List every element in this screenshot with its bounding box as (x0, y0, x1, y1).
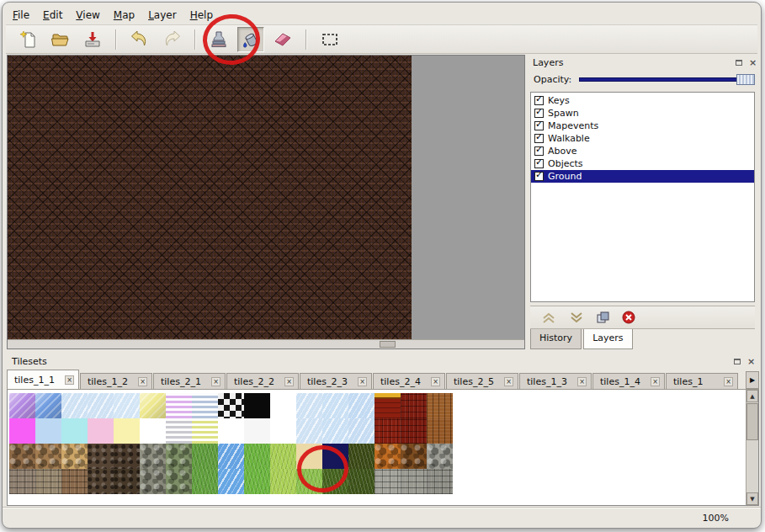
raise-layer-button[interactable] (540, 311, 557, 324)
tile-2-5[interactable] (140, 444, 166, 469)
tile-2-1[interactable] (35, 444, 61, 469)
tile-2-2[interactable] (61, 444, 88, 469)
select-tool-button[interactable] (316, 27, 343, 52)
tile-0-0[interactable] (9, 393, 35, 418)
tile-0-16[interactable] (427, 393, 453, 418)
tile-2-3[interactable] (88, 444, 114, 469)
tile-1-11[interactable] (296, 418, 322, 444)
tilesets-float-button[interactable] (731, 356, 742, 367)
tile-0-5[interactable] (140, 393, 166, 418)
tile-3-6[interactable] (166, 469, 192, 494)
opacity-slider[interactable] (579, 73, 755, 86)
scroll-down-button[interactable]: ▼ (746, 492, 758, 505)
tileset-tab-tiles_1_2[interactable]: tiles_1_2× (80, 373, 152, 389)
tile-1-9[interactable] (244, 418, 270, 444)
tile-3-14[interactable] (375, 469, 401, 494)
save-map-button[interactable] (79, 27, 106, 52)
tile-1-15[interactable] (401, 418, 427, 444)
menu-view[interactable]: View (69, 8, 106, 23)
menu-map[interactable]: Map (107, 8, 141, 23)
map-hscroll-thumb[interactable] (380, 341, 396, 348)
open-map-button[interactable] (47, 27, 74, 52)
tile-2-11[interactable] (296, 444, 322, 469)
lower-layer-button[interactable] (568, 311, 585, 324)
tile-0-10[interactable] (270, 393, 296, 418)
tile-2-8[interactable] (218, 444, 244, 469)
layer-visibility-checkbox[interactable]: ✓ (534, 96, 544, 105)
tile-0-8[interactable] (218, 393, 244, 418)
tile-3-10[interactable] (270, 469, 296, 494)
opacity-slider-handle[interactable] (736, 74, 755, 85)
tile-0-15[interactable] (401, 393, 427, 418)
tileset-tab-tiles_2_4[interactable]: tiles_2_4× (373, 373, 445, 389)
tile-2-7[interactable] (192, 444, 218, 469)
layer-row-above[interactable]: ✓ Above (531, 145, 754, 157)
tile-1-4[interactable] (114, 418, 140, 444)
tile-3-4[interactable] (114, 469, 140, 494)
tab-close-icon[interactable]: × (724, 377, 733, 386)
layer-visibility-checkbox[interactable]: ✓ (534, 146, 544, 156)
tile-0-14[interactable] (375, 393, 401, 418)
tab-close-icon[interactable]: × (138, 377, 147, 386)
scroll-up-button[interactable]: ▲ (746, 390, 758, 402)
tab-close-icon[interactable]: × (431, 377, 440, 386)
layer-visibility-checkbox[interactable]: ✓ (534, 159, 544, 168)
tile-2-16[interactable] (427, 444, 453, 469)
tile-3-16[interactable] (427, 469, 453, 494)
tile-3-13[interactable] (348, 469, 375, 494)
tile-2-12[interactable] (322, 444, 348, 469)
layers-float-button[interactable] (733, 57, 744, 68)
tile-1-2[interactable] (61, 418, 88, 444)
menu-layer[interactable]: Layer (141, 8, 183, 23)
tab-close-icon[interactable]: × (504, 377, 513, 386)
tile-1-14[interactable] (375, 418, 401, 444)
tileset-tab-tiles_2_3[interactable]: tiles_2_3× (300, 373, 372, 389)
palette-vscroll-thumb[interactable] (746, 403, 758, 440)
tileset-tab-tiles_2_2[interactable]: tiles_2_2× (226, 373, 299, 389)
tile-0-1[interactable] (35, 393, 61, 418)
tile-1-12[interactable] (322, 418, 348, 444)
tileset-tab-tiles_2_1[interactable]: tiles_2_1× (153, 373, 226, 389)
tile-0-4[interactable] (114, 393, 140, 418)
fill-tool-button[interactable] (237, 27, 264, 52)
tile-1-6[interactable] (166, 418, 192, 444)
map-view[interactable] (7, 55, 525, 349)
tile-2-14[interactable] (375, 444, 401, 469)
tile-1-3[interactable] (88, 418, 114, 444)
tab-close-icon[interactable]: × (284, 377, 294, 386)
tile-1-0[interactable] (9, 418, 35, 444)
layer-row-mapevents[interactable]: ✓ Mapevents (531, 120, 754, 132)
menu-edit[interactable]: Edit (36, 8, 69, 23)
layer-row-objects[interactable]: ✓ Objects (531, 157, 754, 170)
stamp-tool-button[interactable] (205, 27, 232, 52)
tile-3-1[interactable] (35, 469, 61, 494)
tile-2-13[interactable] (348, 444, 375, 469)
eraser-tool-button[interactable] (269, 27, 296, 52)
tile-2-10[interactable] (270, 444, 296, 469)
undo-button[interactable] (126, 27, 153, 52)
tab-close-icon[interactable]: × (651, 377, 660, 386)
tileset-tab-tiles_1[interactable]: tiles_1× (666, 373, 738, 389)
map-canvas[interactable] (8, 56, 412, 339)
layer-row-ground[interactable]: ✓ Ground (531, 170, 754, 183)
tile-3-15[interactable] (401, 469, 427, 494)
tile-0-11[interactable] (296, 393, 322, 418)
tile-1-10[interactable] (270, 418, 296, 444)
tile-0-6[interactable] (166, 393, 192, 418)
menu-file[interactable]: File (6, 8, 36, 23)
layer-row-walkable[interactable]: ✓ Walkable (531, 132, 754, 145)
tab-close-icon[interactable]: × (358, 377, 367, 386)
tile-3-7[interactable] (192, 469, 218, 494)
tile-0-12[interactable] (322, 393, 348, 418)
tab-scroll-right-button[interactable]: ▶ (746, 371, 759, 389)
redo-button[interactable] (158, 27, 185, 52)
layer-visibility-checkbox[interactable]: ✓ (534, 172, 544, 181)
tile-1-13[interactable] (348, 418, 375, 444)
tileset-tab-tiles_1_3[interactable]: tiles_1_3× (519, 373, 592, 389)
layer-row-keys[interactable]: ✓ Keys (531, 94, 754, 107)
tab-close-icon[interactable]: × (211, 377, 220, 386)
tile-3-3[interactable] (88, 469, 114, 494)
tile-1-16[interactable] (427, 418, 453, 444)
tilesets-close-button[interactable]: × (746, 356, 757, 367)
layer-row-spawn[interactable]: ✓ Spawn (531, 107, 754, 120)
